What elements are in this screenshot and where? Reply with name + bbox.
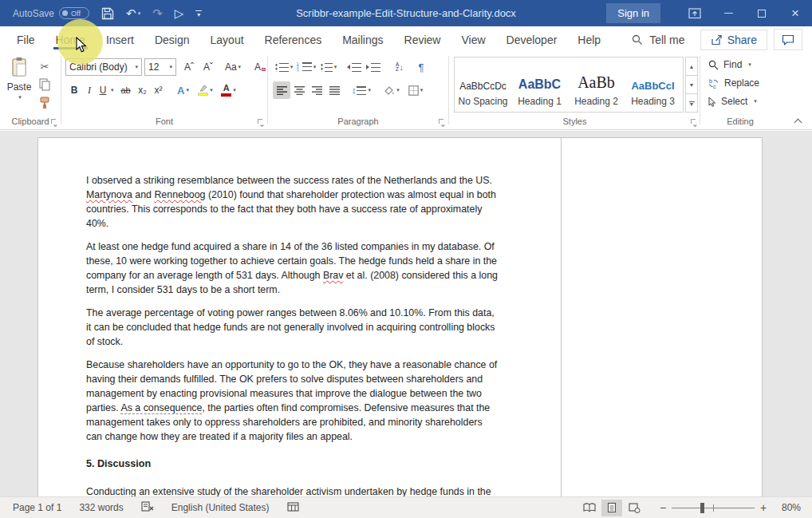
paste-button[interactable]: Paste ▾ <box>5 57 34 116</box>
tab-references[interactable]: References <box>254 26 333 53</box>
grow-font-button[interactable]: Aˆ <box>179 58 199 76</box>
tab-design[interactable]: Design <box>144 26 200 53</box>
tab-view[interactable]: View <box>451 26 495 53</box>
align-right-button[interactable] <box>308 81 325 99</box>
customize-qat-button[interactable]: ▾ <box>195 10 202 17</box>
sign-in-button[interactable]: Sign in <box>606 3 660 23</box>
maximize-button[interactable] <box>745 0 778 26</box>
zoom-out-button[interactable]: − <box>656 501 670 514</box>
replace-button[interactable]: b c Replace <box>708 77 759 89</box>
paragraph[interactable]: The average percentage of voting power r… <box>86 306 499 350</box>
svg-text:c: c <box>713 83 716 89</box>
collapse-ribbon-button[interactable] <box>794 118 802 125</box>
language-indicator[interactable]: English (United States) <box>171 502 270 513</box>
minimize-button[interactable] <box>711 0 745 26</box>
multilevel-list-button[interactable]: ▾ <box>317 58 340 76</box>
comments-button[interactable] <box>774 29 802 50</box>
justify-button[interactable] <box>325 81 343 99</box>
zoom-in-button[interactable]: + <box>756 501 771 514</box>
cut-button[interactable]: ✂ <box>37 59 53 73</box>
style-heading-2[interactable]: AaBb Heading 2 <box>568 57 625 112</box>
underline-dropdown-caret[interactable]: ▾ <box>111 87 114 93</box>
bold-button[interactable]: B <box>66 81 82 99</box>
select-button[interactable]: Select ▾ <box>708 96 757 107</box>
align-left-button[interactable] <box>273 81 290 99</box>
zoom-slider-thumb[interactable] <box>700 503 704 513</box>
tab-home[interactable]: Home <box>45 26 96 53</box>
borders-button[interactable]: ▾ <box>404 81 428 99</box>
tell-me-box[interactable]: Tell me <box>632 34 684 46</box>
word-window: AutoSave Off ↶ ▾ ↷ ▷ <box>0 0 812 518</box>
tab-review[interactable]: Review <box>394 26 451 53</box>
word-count[interactable]: 332 words <box>79 502 123 513</box>
font-size-combo[interactable]: 12 ▾ <box>144 58 176 76</box>
document-text[interactable]: I observed a striking resemblance betwee… <box>86 174 499 496</box>
styles-scroll-down-button[interactable]: ▼ <box>685 76 698 94</box>
proofing-status-button[interactable] <box>141 501 154 514</box>
play-button[interactable]: ▷ <box>175 7 184 19</box>
tab-insert[interactable]: Insert <box>96 26 144 53</box>
increase-indent-button[interactable] <box>364 58 383 76</box>
paragraph[interactable]: I observed a striking resemblance betwee… <box>86 174 499 231</box>
style-no-spacing[interactable]: AaBbCcDc No Spacing <box>455 57 511 112</box>
ribbon-display-options-button[interactable] <box>678 0 711 26</box>
tab-help[interactable]: Help <box>567 26 611 53</box>
zoom-slider[interactable] <box>672 500 755 516</box>
undo-button[interactable]: ↶ ▾ <box>126 7 140 19</box>
redo-button[interactable]: ↷ <box>152 7 163 19</box>
numbering-button[interactable]: 1 2 3 ▾ <box>295 58 317 76</box>
font-color-button[interactable]: A ▾ <box>218 81 240 99</box>
paste-dropdown-caret[interactable]: ▾ <box>18 94 22 101</box>
find-button[interactable]: Find ▾ <box>708 59 751 70</box>
tab-mailings[interactable]: Mailings <box>332 26 393 53</box>
document-page[interactable]: I observed a striking resemblance betwee… <box>37 137 763 496</box>
style-name: No Spacing <box>458 96 507 107</box>
section-heading[interactable]: 5. Discussion <box>86 457 499 472</box>
document-canvas: I observed a striking resemblance betwee… <box>0 131 812 496</box>
close-button[interactable]: × <box>778 0 812 26</box>
copy-button[interactable] <box>37 77 53 92</box>
macro-record-button[interactable] <box>287 502 299 514</box>
text-effects-button[interactable]: A ▾ <box>173 81 194 99</box>
tab-layout[interactable]: Layout <box>200 26 254 53</box>
italic-button[interactable]: I <box>82 81 97 99</box>
decrease-indent-button[interactable] <box>345 58 364 76</box>
highlight-button[interactable]: ▾ <box>194 81 218 99</box>
subscript-button[interactable]: x₂ <box>135 81 151 99</box>
font-name-combo[interactable]: Calibri (Body) ▾ <box>65 58 142 76</box>
undo-dropdown-caret[interactable]: ▾ <box>138 10 141 16</box>
styles-more-button[interactable]: ▼ <box>685 94 698 113</box>
underline-button[interactable]: U <box>97 81 109 99</box>
autosave-switch[interactable]: Off <box>59 7 89 19</box>
comment-icon <box>782 34 794 45</box>
style-heading-3[interactable]: AaBbCcI Heading 3 <box>625 57 681 112</box>
line-spacing-button[interactable]: ↕ ▾ <box>349 81 373 99</box>
paragraph[interactable]: Conducting an extensive study of the sha… <box>86 485 499 496</box>
superscript-button[interactable]: x² <box>151 81 167 99</box>
format-painter-button[interactable] <box>37 96 53 110</box>
tab-developer[interactable]: Developer <box>496 26 568 53</box>
read-mode-button[interactable] <box>579 500 600 516</box>
pilcrow-icon: ¶ <box>419 61 424 73</box>
share-button[interactable]: Share <box>700 30 767 50</box>
zoom-level[interactable]: 80% <box>771 502 801 513</box>
shading-button[interactable]: ▾ <box>380 81 404 99</box>
styles-scroll-up-button[interactable]: ▲ <box>685 57 698 76</box>
paragraph[interactable]: Because shareholders have an opportunity… <box>86 358 499 444</box>
save-button[interactable] <box>101 7 114 20</box>
line-spacing-icon: ↕ <box>352 85 367 95</box>
bullets-button[interactable]: ▾ <box>273 58 295 76</box>
change-case-button[interactable]: Aa ▾ <box>221 58 245 76</box>
autosave-toggle[interactable]: AutoSave Off <box>13 7 89 19</box>
align-center-button[interactable] <box>290 81 308 99</box>
sort-button[interactable]: AZ ↓ <box>389 58 410 76</box>
shrink-font-button[interactable]: Aˇ <box>199 58 218 76</box>
style-heading-1[interactable]: AaBbC Heading 1 <box>511 57 568 112</box>
web-layout-button[interactable] <box>624 500 644 516</box>
page-indicator[interactable]: Page 1 of 1 <box>13 502 61 513</box>
tab-file[interactable]: File <box>6 26 45 53</box>
show-formatting-marks-button[interactable]: ¶ <box>413 58 429 76</box>
paragraph[interactable]: At least one hedge fund acquired a share… <box>86 240 499 298</box>
print-layout-button[interactable] <box>601 500 622 516</box>
strikethrough-button[interactable]: ab <box>117 81 135 99</box>
